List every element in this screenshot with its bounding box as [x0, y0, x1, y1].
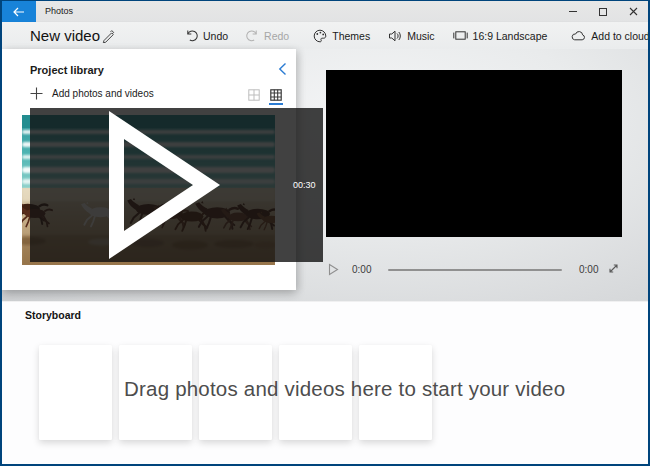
- editor-main-area: Project library Add photos and videos: [2, 49, 648, 301]
- back-arrow-icon: [13, 7, 25, 17]
- volume-icon: [388, 29, 402, 43]
- themes-button[interactable]: Themes: [304, 22, 379, 49]
- cloud-icon: [571, 30, 586, 42]
- aspect-ratio-label: 16:9 Landscape: [473, 30, 548, 42]
- play-icon: [328, 263, 339, 276]
- project-library-title: Project library: [30, 64, 104, 76]
- storyboard-slot[interactable]: [39, 345, 112, 440]
- preview-seek-slider[interactable]: [388, 269, 562, 271]
- details-view-icon: [270, 89, 282, 101]
- total-time: 0:00: [579, 264, 598, 275]
- fullscreen-button[interactable]: [607, 262, 620, 275]
- collapse-panel-button[interactable]: [278, 62, 287, 76]
- app-title: Photos: [45, 1, 73, 22]
- grid-view-button[interactable]: [248, 89, 260, 101]
- undo-button[interactable]: Undo: [176, 22, 237, 49]
- aspect-ratio-icon: [453, 29, 468, 42]
- back-button[interactable]: [2, 1, 36, 22]
- play-button[interactable]: [328, 263, 339, 276]
- elapsed-time: 0:00: [352, 264, 371, 275]
- rename-project-button[interactable]: [101, 29, 115, 43]
- close-button[interactable]: [618, 1, 648, 22]
- aspect-ratio-button[interactable]: 16:9 Landscape: [444, 22, 557, 49]
- preview-controls: 0:00 0:00: [326, 259, 622, 281]
- add-photos-videos-button[interactable]: Add photos and videos: [30, 87, 154, 100]
- toolbar: New video Undo Redo: [2, 22, 648, 49]
- titlebar: Photos: [2, 1, 648, 22]
- undo-icon: [185, 29, 198, 42]
- storyboard: Storyboard Drag photos and videos here t…: [2, 301, 648, 464]
- undo-label: Undo: [203, 30, 228, 42]
- close-icon: [629, 7, 638, 16]
- themes-palette-icon: [313, 29, 327, 43]
- minimize-icon: [569, 11, 577, 12]
- video-preview-frame[interactable]: [326, 70, 622, 237]
- clip-duration: 00:30: [293, 180, 316, 190]
- redo-button[interactable]: Redo: [237, 22, 298, 49]
- project-title: New video: [30, 22, 100, 49]
- plus-icon: [30, 87, 43, 100]
- music-label: Music: [407, 30, 434, 42]
- themes-label: Themes: [332, 30, 370, 42]
- pencil-icon: [101, 29, 115, 43]
- project-library-panel: Project library Add photos and videos: [2, 49, 296, 290]
- add-photos-videos-label: Add photos and videos: [52, 88, 154, 99]
- maximize-icon: [599, 8, 607, 16]
- chevron-left-icon: [278, 62, 287, 76]
- expand-diagonal-icon: [607, 262, 620, 275]
- music-button[interactable]: Music: [379, 22, 443, 49]
- photos-app-window: Photos New video Undo: [0, 0, 650, 466]
- redo-label: Redo: [264, 30, 289, 42]
- grid-view-icon: [248, 89, 260, 101]
- play-icon: [35, 110, 288, 260]
- storyboard-placeholder-text: Drag photos and videos here to start you…: [124, 377, 565, 401]
- details-view-button[interactable]: [270, 89, 282, 101]
- storyboard-title: Storyboard: [25, 309, 81, 321]
- clip-duration-badge: 00:30: [30, 108, 323, 262]
- video-clip-thumbnail[interactable]: 00:30: [22, 115, 275, 265]
- add-to-cloud-label: Add to cloud: [591, 30, 649, 42]
- maximize-button[interactable]: [588, 1, 618, 22]
- add-to-cloud-button[interactable]: Add to cloud: [562, 22, 650, 49]
- redo-icon: [246, 29, 259, 42]
- minimize-button[interactable]: [558, 1, 588, 22]
